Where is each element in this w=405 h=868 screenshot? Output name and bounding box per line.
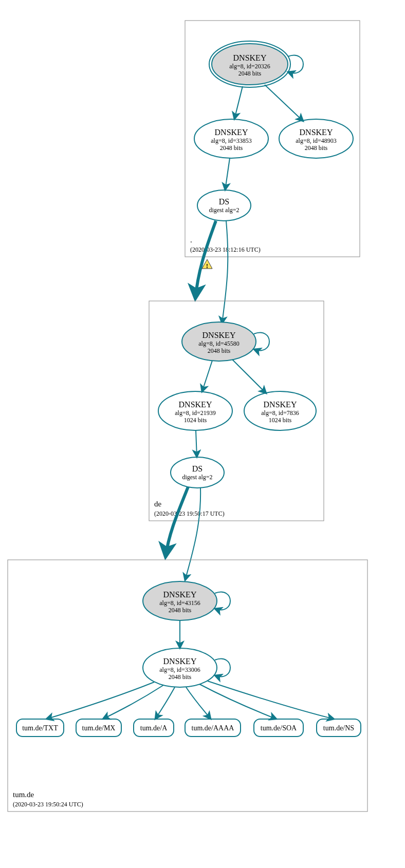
- edge-root-to-de-thick: [195, 221, 216, 299]
- zone-tum-timestamp: (2020-03-23 19:50:24 UTC): [13, 801, 83, 808]
- zone-root: . (2020-03-23 18:12:16 UTC) DNSKEY alg=8…: [185, 21, 360, 257]
- rr-soa-label: tum.de/SOA: [261, 724, 297, 732]
- node-root-k3-title: DNSKEY: [300, 128, 333, 137]
- node-root-zsk-sub2: 2048 bits: [220, 144, 243, 152]
- dnssec-diagram: . (2020-03-23 18:12:16 UTC) DNSKEY alg=8…: [0, 0, 405, 868]
- edge-deksk-dek3: [232, 360, 266, 393]
- edge-deds-tumksk: [185, 488, 200, 580]
- node-root-zsk-sub1: alg=8, id=33853: [211, 137, 252, 144]
- node-tum-ksk-title: DNSKEY: [163, 590, 197, 599]
- edge-rootzsk-rootds: [225, 158, 230, 190]
- rr-a-label: tum.de/A: [140, 724, 168, 732]
- edge-zsk-a: [155, 687, 175, 719]
- edge-rootksk-rootk3: [265, 85, 303, 121]
- edge-zsk-aaaa: [186, 687, 211, 719]
- rr-aaaa: tum.de/AAAA: [185, 719, 241, 737]
- edge-dezsk-deds: [196, 430, 197, 457]
- zone-de: de (2020-03-23 19:50:17 UTC) DNSKEY alg=…: [149, 301, 324, 521]
- edge-zsk-soa: [199, 684, 277, 719]
- node-root-zsk: DNSKEY alg=8, id=33853 2048 bits: [194, 119, 268, 158]
- node-de-ksk-title: DNSKEY: [202, 331, 236, 339]
- node-tum-zsk-title: DNSKEY: [163, 657, 197, 666]
- node-root-ds: DS digest alg=2: [197, 190, 251, 221]
- node-root-k3: DNSKEY alg=8, id=48903 2048 bits: [279, 119, 353, 158]
- node-tum-ksk-sub1: alg=8, id=43156: [159, 599, 200, 607]
- node-root-ksk-sub2: 2048 bits: [238, 70, 262, 77]
- zone-de-timestamp: (2020-03-23 19:50:17 UTC): [154, 510, 225, 517]
- node-tum-ksk-sub2: 2048 bits: [169, 607, 192, 614]
- zone-de-label: de: [154, 500, 162, 508]
- edge-zsk-ns: [208, 681, 334, 719]
- rr-ns: tum.de/NS: [317, 719, 361, 737]
- edge-deksk-dezsk: [202, 361, 212, 392]
- edge-rootds-deksk: [222, 221, 228, 324]
- node-de-ksk-sub1: alg=8, id=45580: [198, 340, 240, 347]
- rr-aaaa-label: tum.de/AAAA: [192, 724, 235, 732]
- rr-mx: tum.de/MX: [76, 719, 121, 737]
- rr-soa: tum.de/SOA: [254, 719, 303, 737]
- node-root-k3-sub1: alg=8, id=48903: [296, 137, 337, 144]
- node-de-ds-sub1: digest alg=2: [182, 474, 212, 481]
- zone-tum-label: tum.de: [13, 790, 34, 799]
- node-de-ksk-sub2: 2048 bits: [208, 347, 231, 354]
- rr-txt-label: tum.de/TXT: [22, 724, 58, 732]
- node-root-ksk-title: DNSKEY: [233, 53, 267, 62]
- node-de-k3-sub1: alg=8, id=7836: [261, 409, 299, 417]
- edge-de-to-tum-thick: [165, 487, 188, 557]
- edge-rootksk-rootzsk: [234, 86, 243, 119]
- node-root-ds-title: DS: [219, 197, 229, 206]
- rr-a: tum.de/A: [134, 719, 174, 737]
- node-de-zsk-sub1: alg=8, id=21939: [175, 409, 216, 417]
- node-de-zsk: DNSKEY alg=8, id=21939 1024 bits: [158, 391, 232, 430]
- node-de-ds-title: DS: [192, 464, 202, 473]
- node-root-ksk-sub1: alg=8, id=20326: [229, 63, 270, 70]
- node-tum-zsk-sub2: 2048 bits: [169, 673, 192, 681]
- node-tum-zsk-sub1: alg=8, id=33006: [159, 666, 200, 673]
- warning-glyph: !: [206, 262, 208, 270]
- node-de-k3: DNSKEY alg=8, id=7836 1024 bits: [244, 391, 316, 430]
- rr-txt: tum.de/TXT: [16, 719, 64, 737]
- rr-mx-label: tum.de/MX: [82, 724, 116, 732]
- node-de-ksk: DNSKEY alg=8, id=45580 2048 bits: [182, 322, 269, 361]
- zone-root-timestamp: (2020-03-23 18:12:16 UTC): [190, 246, 261, 253]
- node-root-ksk: DNSKEY alg=8, id=20326 2048 bits: [209, 41, 303, 87]
- node-de-k3-title: DNSKEY: [264, 400, 297, 409]
- rr-ns-label: tum.de/NS: [323, 724, 354, 732]
- node-root-ds-sub1: digest alg=2: [209, 206, 239, 214]
- node-root-zsk-title: DNSKEY: [215, 128, 248, 137]
- node-tum-zsk: DNSKEY alg=8, id=33006 2048 bits: [143, 648, 230, 687]
- node-root-k3-sub2: 2048 bits: [305, 144, 328, 152]
- rr-row: tum.de/TXT tum.de/MX tum.de/A tum.de/AAA…: [16, 719, 361, 737]
- zone-root-label: .: [190, 236, 192, 244]
- node-tum-ksk: DNSKEY alg=8, id=43156 2048 bits: [143, 581, 230, 620]
- node-de-ds: DS digest alg=2: [171, 457, 224, 488]
- node-de-zsk-sub2: 1024 bits: [184, 417, 207, 424]
- zone-tum: tum.de (2020-03-23 19:50:24 UTC) DNSKEY …: [8, 560, 367, 812]
- node-de-k3-sub2: 1024 bits: [269, 417, 292, 424]
- node-de-zsk-title: DNSKEY: [179, 400, 212, 409]
